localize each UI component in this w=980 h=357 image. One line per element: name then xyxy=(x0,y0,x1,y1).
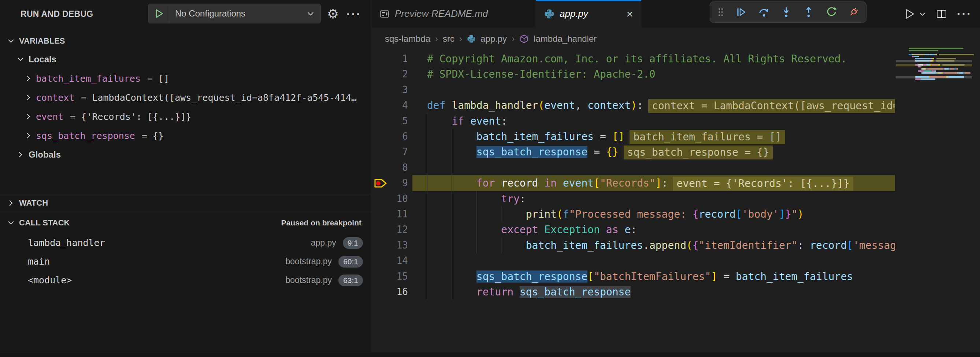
stack-frame[interactable]: lambda_handlerapp.py9:1 xyxy=(0,233,371,252)
stack-frame[interactable]: mainbootstrap.py60:1 xyxy=(0,252,371,271)
minimap-line xyxy=(908,50,938,51)
code-line-9[interactable]: 9for record in event["Records"]:event = … xyxy=(371,175,895,191)
minimap-hint xyxy=(942,64,965,65)
line-number[interactable]: 9 xyxy=(371,175,408,191)
breadcrumb-item-file[interactable]: app.py xyxy=(480,34,507,44)
line-number[interactable]: 7 xyxy=(371,144,408,160)
code-token: # Copyright Amazon.com, Inc. or its affi… xyxy=(427,53,847,65)
code-editor[interactable]: 1# Copyright Amazon.com, Inc. or its aff… xyxy=(371,50,895,352)
line-number[interactable]: 3 xyxy=(371,82,408,98)
line-number[interactable]: 2 xyxy=(371,66,408,82)
line-number[interactable]: 6 xyxy=(371,129,408,144)
run-python-file-button[interactable] xyxy=(904,8,926,20)
code-token: f xyxy=(563,208,569,220)
code-line-10[interactable]: 10try: xyxy=(371,191,895,207)
code-line-16[interactable]: 16return sqs_batch_response xyxy=(371,284,895,300)
stack-frame[interactable]: <module>bootstrap.py63:1 xyxy=(0,271,371,290)
minimap-hint xyxy=(939,54,974,55)
line-number[interactable]: 11 xyxy=(371,206,408,222)
line-number[interactable]: 4 xyxy=(371,97,408,113)
scope-row-locals[interactable]: Locals xyxy=(0,50,371,69)
frame-file: bootstrap.py xyxy=(286,275,332,285)
close-icon[interactable]: × xyxy=(626,8,633,20)
minimap-line xyxy=(912,54,923,55)
code-token: : xyxy=(631,223,637,236)
step-into-icon[interactable] xyxy=(780,6,792,18)
start-debugging-icon[interactable] xyxy=(153,8,164,19)
variables-section-header[interactable]: VARIABLES xyxy=(0,32,371,50)
minimap-line xyxy=(921,68,926,70)
chevron-right-icon xyxy=(24,93,33,102)
dropdown-divider xyxy=(169,4,169,23)
line-number[interactable]: 15 xyxy=(371,269,408,284)
step-out-icon[interactable] xyxy=(803,6,815,18)
drag-handle-icon[interactable] xyxy=(717,6,725,18)
variable-row[interactable]: batch_item_failures= [] xyxy=(0,69,371,88)
code-line-7[interactable]: 7sqs_batch_response = {}sqs_batch_respon… xyxy=(371,144,895,160)
editor-group: Preview README.md app.py × xyxy=(371,0,980,357)
code-token: sqs_batch_response xyxy=(520,286,631,298)
code-token: "Processed message: xyxy=(569,208,692,220)
minimap-line xyxy=(915,64,918,65)
line-number[interactable]: 5 xyxy=(371,113,408,129)
code-line-1[interactable]: 1# Copyright Amazon.com, Inc. or its aff… xyxy=(371,51,895,67)
breadcrumb-item-folder[interactable]: sqs-lambda xyxy=(385,34,430,44)
variable-row[interactable]: event= {'Records': [{...}]} xyxy=(0,107,371,126)
more-actions-icon[interactable]: ··· xyxy=(347,7,361,21)
step-over-icon[interactable] xyxy=(758,6,770,18)
code-line-2[interactable]: 2# SPDX-License-Identifier: Apache-2.0 xyxy=(371,66,895,82)
line-number[interactable]: 16 xyxy=(371,284,408,300)
code-token: for xyxy=(476,177,501,189)
debug-config-dropdown[interactable]: No Configurations xyxy=(148,4,321,24)
code-token: [ xyxy=(593,177,600,189)
line-number[interactable]: 10 xyxy=(371,191,408,207)
continue-icon[interactable] xyxy=(735,6,747,18)
variable-value: = [] xyxy=(147,73,169,84)
tab-preview-readme[interactable]: Preview README.md xyxy=(371,0,536,27)
line-number[interactable]: 12 xyxy=(371,222,408,237)
gear-icon[interactable]: ⚙ xyxy=(327,6,339,22)
code-line-5[interactable]: 5if event: xyxy=(371,113,895,129)
code-line-12[interactable]: 12except Exception as e: xyxy=(371,222,895,237)
breadcrumb-item-folder[interactable]: src xyxy=(443,34,455,44)
variable-row[interactable]: sqs_batch_response= {} xyxy=(0,126,371,145)
code-token: record xyxy=(810,239,847,252)
scope-row-globals[interactable]: Globals xyxy=(0,145,371,164)
code-line-13[interactable]: 13batch_item_failures.append({"itemIdent… xyxy=(371,237,895,253)
code-token: batch_item_failures xyxy=(476,131,593,143)
line-number[interactable]: 8 xyxy=(371,160,408,175)
code-line-15[interactable]: 15sqs_batch_response["batchItemFailures"… xyxy=(371,269,895,284)
code-line-6[interactable]: 6batch_item_failures = []batch_item_fail… xyxy=(371,129,895,144)
minimap[interactable] xyxy=(895,44,980,198)
code-token: , xyxy=(575,99,588,112)
disconnect-icon[interactable] xyxy=(848,6,859,18)
minimap-line xyxy=(930,76,946,78)
line-number[interactable]: 14 xyxy=(371,253,408,269)
breadcrumb-item-symbol[interactable]: lambda_handler xyxy=(534,34,597,44)
code-line-3[interactable]: 3 xyxy=(371,82,895,98)
panel-edge xyxy=(0,352,980,357)
split-editor-icon[interactable] xyxy=(936,8,947,20)
chevron-down-icon xyxy=(919,10,926,18)
code-token: record xyxy=(501,177,538,189)
variable-name: context xyxy=(36,92,74,103)
callstack-section-header[interactable]: CALL STACK Paused on breakpoint xyxy=(0,212,371,233)
line-number[interactable]: 1 xyxy=(371,51,408,67)
tab-app-py[interactable]: app.py × xyxy=(536,0,641,27)
minimap-line xyxy=(949,76,964,78)
code-line-4[interactable]: 4def lambda_handler(event, context):cont… xyxy=(371,97,895,113)
variable-row[interactable]: context= LambdaContext([aws_request_id=a… xyxy=(0,88,371,107)
watch-section-header[interactable]: WATCH xyxy=(0,194,371,212)
minimap-line xyxy=(933,58,934,59)
code-line-14[interactable]: 14 xyxy=(371,253,895,269)
more-actions-icon[interactable]: ··· xyxy=(957,7,972,21)
code-line-8[interactable]: 8 xyxy=(371,160,895,175)
line-number[interactable]: 13 xyxy=(371,237,408,253)
restart-icon[interactable] xyxy=(826,6,837,18)
variable-value: = {'Records': [{...}]} xyxy=(70,112,191,122)
code-token: # SPDX-License-Identifier: Apache-2.0 xyxy=(427,68,655,80)
frame-function: main xyxy=(28,256,50,267)
minimap-line xyxy=(957,68,958,70)
code-line-11[interactable]: 11print(f"Processed message: {record['bo… xyxy=(371,206,895,222)
code-token: : xyxy=(662,177,668,189)
